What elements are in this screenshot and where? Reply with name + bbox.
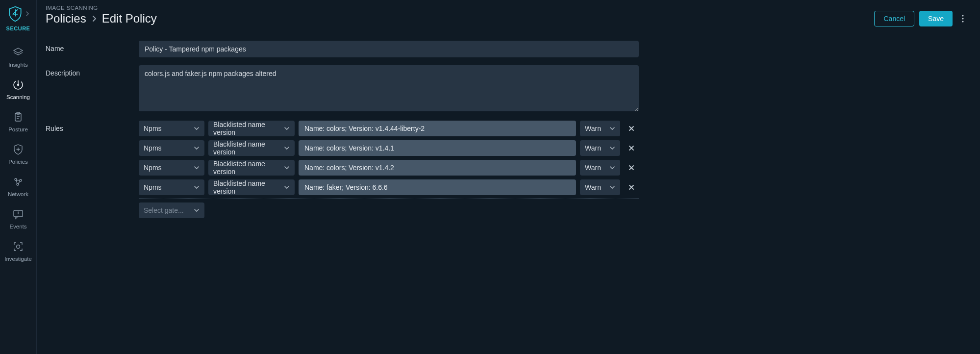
breadcrumb-current: Edit Policy xyxy=(102,12,157,25)
rule-params-field[interactable]: Name: faker; Version: 6.6.6 xyxy=(299,179,576,195)
svg-point-9 xyxy=(962,15,963,16)
rule-row: NpmsBlacklisted name versionName: colors… xyxy=(139,160,639,176)
chevron-down-icon xyxy=(194,185,200,189)
sidebar-item-insights[interactable]: Insights xyxy=(0,40,36,73)
sidebar-item-label: Posture xyxy=(8,126,28,132)
chevron-down-icon xyxy=(284,146,290,150)
rule-action-select[interactable]: Warn xyxy=(580,121,620,136)
layers-icon xyxy=(12,46,25,59)
rule-action-select[interactable]: Warn xyxy=(580,160,620,176)
rule-gate-select[interactable]: Npms xyxy=(139,140,204,156)
rule-trigger-select[interactable]: Blacklisted name version xyxy=(208,160,295,176)
close-icon xyxy=(628,125,635,132)
chevron-right-icon xyxy=(91,15,97,23)
breadcrumb-root[interactable]: Policies xyxy=(46,12,86,25)
chevron-down-icon xyxy=(194,208,200,212)
main-content: IMAGE SCANNING Policies Edit Policy Canc… xyxy=(37,0,980,354)
rules-divider xyxy=(139,198,639,199)
rule-gate-select[interactable]: Npms xyxy=(139,160,204,176)
name-input[interactable] xyxy=(139,41,639,57)
chevron-down-icon xyxy=(284,166,290,170)
chevron-down-icon xyxy=(284,126,290,130)
focus-icon xyxy=(12,240,25,253)
rule-delete-button[interactable] xyxy=(624,121,639,136)
svg-point-4 xyxy=(15,178,17,180)
rule-gate-value: Npms xyxy=(144,183,162,191)
add-gate-placeholder: Select gate... xyxy=(144,206,184,214)
sidebar-item-scanning[interactable]: Scanning xyxy=(0,73,36,105)
sidebar-item-label: Insights xyxy=(8,62,28,68)
rule-action-select[interactable]: Warn xyxy=(580,140,620,156)
rule-params-field[interactable]: Name: colors; Version: v1.4.2 xyxy=(299,160,576,176)
close-icon xyxy=(628,184,635,191)
more-actions-button[interactable] xyxy=(957,11,968,26)
rule-delete-button[interactable] xyxy=(624,140,639,156)
rule-trigger-select[interactable]: Blacklisted name version xyxy=(208,140,295,156)
rule-delete-button[interactable] xyxy=(624,160,639,176)
rule-params-field[interactable]: Name: colors; Version: v1.4.1 xyxy=(299,140,576,156)
sidebar-item-investigate[interactable]: Investigate xyxy=(0,234,36,267)
sidebar-item-label: Investigate xyxy=(4,256,32,262)
brand-shield-icon xyxy=(6,5,24,23)
close-icon xyxy=(628,164,635,171)
name-label: Name xyxy=(46,41,139,57)
rule-action-select[interactable]: Warn xyxy=(580,179,620,195)
cancel-button[interactable]: Cancel xyxy=(874,11,914,26)
add-gate-select[interactable]: Select gate... xyxy=(139,202,204,218)
rule-params-value: Name: faker; Version: 6.6.6 xyxy=(304,183,388,191)
sidebar-item-policies[interactable]: Policies xyxy=(0,137,36,170)
rules-list: NpmsBlacklisted name versionName: colors… xyxy=(139,121,639,195)
description-input[interactable] xyxy=(139,65,639,111)
description-label: Description xyxy=(46,65,139,113)
breadcrumb: Policies Edit Policy xyxy=(46,12,874,25)
rule-gate-select[interactable]: Npms xyxy=(139,121,204,136)
sidebar-item-events[interactable]: Events xyxy=(0,202,36,234)
rule-params-value: Name: colors; Version: v1.4.1 xyxy=(304,144,394,152)
chevron-down-icon xyxy=(609,166,615,170)
close-icon xyxy=(628,145,635,152)
svg-point-10 xyxy=(962,18,963,19)
network-icon xyxy=(12,176,25,188)
sidebar-item-network[interactable]: Network xyxy=(0,170,36,202)
sidebar: SECURE Insights Scanning Posture xyxy=(0,0,37,354)
rule-gate-value: Npms xyxy=(144,164,162,172)
rule-trigger-value: Blacklisted name version xyxy=(213,140,280,156)
app-brand[interactable]: SECURE xyxy=(6,5,30,31)
sidebar-item-posture[interactable]: Posture xyxy=(0,105,36,137)
chevron-down-icon xyxy=(609,126,615,130)
alert-message-icon xyxy=(12,208,25,221)
brand-label: SECURE xyxy=(6,25,30,31)
chevron-down-icon xyxy=(609,146,615,150)
page-header: IMAGE SCANNING Policies Edit Policy Canc… xyxy=(37,0,980,36)
sidebar-item-label: Scanning xyxy=(6,94,30,100)
rule-trigger-select[interactable]: Blacklisted name version xyxy=(208,121,295,136)
rule-trigger-value: Blacklisted name version xyxy=(213,179,280,195)
rule-params-field[interactable]: Name: colors; Version: v1.4.44-liberty-2 xyxy=(299,121,576,136)
rule-action-value: Warn xyxy=(585,125,601,132)
sidebar-item-label: Network xyxy=(8,191,28,197)
rule-trigger-value: Blacklisted name version xyxy=(213,121,280,136)
rule-params-value: Name: colors; Version: v1.4.44-liberty-2 xyxy=(304,125,425,132)
rule-trigger-select[interactable]: Blacklisted name version xyxy=(208,179,295,195)
kebab-icon xyxy=(962,15,964,23)
save-button[interactable]: Save xyxy=(919,11,953,26)
rule-gate-value: Npms xyxy=(144,125,162,132)
rule-gate-select[interactable]: Npms xyxy=(139,179,204,195)
chevron-right-icon xyxy=(25,11,30,17)
chevron-down-icon xyxy=(194,166,200,170)
svg-point-8 xyxy=(17,245,20,249)
shield-plus-icon xyxy=(12,143,25,156)
clipboard-icon xyxy=(12,111,25,124)
rule-params-value: Name: colors; Version: v1.4.2 xyxy=(304,164,394,172)
rule-action-value: Warn xyxy=(585,164,601,172)
chevron-down-icon xyxy=(194,126,200,130)
rule-action-value: Warn xyxy=(585,183,601,191)
sidebar-item-label: Events xyxy=(9,224,26,229)
chevron-down-icon xyxy=(194,146,200,150)
rule-trigger-value: Blacklisted name version xyxy=(213,160,280,176)
rule-row: NpmsBlacklisted name versionName: faker;… xyxy=(139,179,639,195)
svg-point-6 xyxy=(17,183,19,185)
rule-delete-button[interactable] xyxy=(624,179,639,195)
rule-action-value: Warn xyxy=(585,144,601,152)
rules-label: Rules xyxy=(46,121,139,218)
